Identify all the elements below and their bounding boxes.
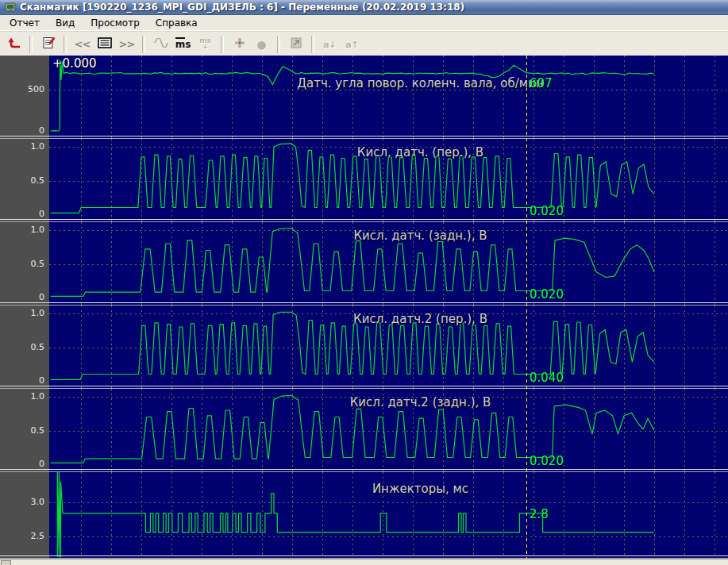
next-chevrons-icon: >> bbox=[119, 38, 135, 50]
channel-plot-injectors[interactable] bbox=[49, 472, 728, 559]
ms-scale-icon: ms bbox=[175, 38, 191, 50]
channel-row-o2-front-2 bbox=[0, 306, 728, 389]
toolbar-scale-button bbox=[285, 35, 306, 54]
y-axis-tick: 0 bbox=[0, 292, 44, 303]
toolbar-wave-button bbox=[150, 35, 171, 54]
ms-plus-icon: ms+ bbox=[199, 37, 211, 52]
menu-item-help[interactable]: Справка bbox=[148, 16, 206, 30]
y-axis-tick: 0 bbox=[0, 375, 44, 386]
toolbar-msplus-button: ms+ bbox=[195, 35, 216, 54]
prev-chevrons-icon: << bbox=[75, 38, 91, 50]
channel-plot-o2-rear[interactable] bbox=[49, 222, 728, 306]
trace-o2-front-2 bbox=[51, 312, 654, 379]
toolbar-next-button[interactable]: >> bbox=[116, 35, 137, 54]
trace-o2-rear-2 bbox=[51, 395, 654, 463]
y-axis-tick: 1.0 bbox=[0, 225, 44, 236]
toolbar-marker-button bbox=[229, 35, 250, 54]
channel-row-o2-front bbox=[0, 139, 728, 222]
channel-row-o2-rear bbox=[0, 222, 728, 306]
report-notepad-icon bbox=[41, 36, 56, 52]
record-circle-icon: ● bbox=[256, 38, 266, 51]
toolbar-separator bbox=[311, 36, 314, 53]
marker-cross-icon bbox=[233, 37, 246, 52]
channel-plot-o2-front-2[interactable] bbox=[49, 306, 728, 389]
sine-wave-icon bbox=[154, 38, 168, 50]
exit-arrow-icon bbox=[6, 36, 21, 52]
y-axis-tick: 0 bbox=[0, 125, 44, 136]
menu-item-view[interactable]: Вид bbox=[48, 16, 83, 30]
list-view-icon bbox=[98, 37, 112, 51]
y-axis-tick: 0.5 bbox=[0, 425, 44, 436]
channel-row-injectors bbox=[0, 472, 728, 559]
y-axis-tick: 3.0 bbox=[0, 497, 44, 508]
y-axis-tick: 0 bbox=[0, 459, 44, 470]
toolbar-separator bbox=[221, 36, 224, 53]
toolbar-separator bbox=[29, 36, 33, 53]
app-icon bbox=[5, 2, 16, 13]
y-axis-tick: 0.5 bbox=[0, 259, 44, 270]
channel-row-rpm bbox=[0, 56, 728, 139]
bottom-scrollbar[interactable] bbox=[0, 559, 728, 565]
scanmatic-window: Сканматик [190220_1236_MPI_GDI_ДИЗЕЛЬ : … bbox=[0, 0, 728, 57]
menu-item-report[interactable]: Отчет bbox=[2, 16, 48, 30]
trace-injectors bbox=[57, 472, 654, 557]
channel-row-o2-rear-2 bbox=[0, 389, 728, 472]
toolbar-report-button[interactable] bbox=[37, 35, 59, 54]
window-title: Сканматик [190220_1236_MPI_GDI_ДИЗЕЛЬ : … bbox=[20, 2, 464, 13]
y-axis-tick: 1.0 bbox=[0, 391, 44, 402]
toolbar-separator bbox=[277, 36, 280, 53]
y-axis-tick: 0 bbox=[0, 209, 44, 220]
toolbar-separator bbox=[64, 36, 67, 53]
title-bar: Сканматик [190220_1236_MPI_GDI_ДИЗЕЛЬ : … bbox=[0, 0, 728, 15]
channel-plot-o2-rear-2[interactable] bbox=[49, 389, 728, 472]
toolbar-aup-button: a↑ bbox=[341, 35, 363, 54]
chart-area: 50001.00.501.00.501.00.501.00.503.02.5Да… bbox=[0, 56, 728, 559]
y-axis-tick: 1.0 bbox=[0, 141, 44, 152]
toolbar-separator bbox=[142, 36, 145, 53]
y-axis-tick: 0.5 bbox=[0, 342, 44, 353]
channel-plot-o2-front[interactable] bbox=[49, 139, 728, 222]
autoscale-icon bbox=[290, 37, 302, 52]
toolbar-adown-button: a↓ bbox=[319, 35, 341, 54]
time-cursor[interactable] bbox=[526, 56, 527, 559]
trace-o2-rear bbox=[51, 229, 654, 297]
toolbar-prev-button[interactable]: << bbox=[71, 35, 93, 54]
menu-item-browse[interactable]: Просмотр bbox=[83, 16, 148, 30]
channel-plot-rpm[interactable] bbox=[49, 56, 728, 139]
toolbar-list-button[interactable] bbox=[94, 35, 115, 54]
a-up-icon: a↑ bbox=[345, 38, 359, 50]
toolbar: <<>>msms+●a↓a↑ bbox=[0, 31, 728, 57]
y-axis-tick: 0.5 bbox=[0, 175, 44, 186]
y-axis-tick: 1.0 bbox=[0, 308, 44, 319]
scrollbar-stub[interactable] bbox=[1, 560, 11, 565]
time-offset-label: +0.000 bbox=[52, 56, 97, 71]
y-axis-tick: 500 bbox=[0, 84, 44, 95]
a-down-icon: a↓ bbox=[323, 38, 337, 50]
menu-bar: ОтчетВидПросмотрСправка bbox=[0, 15, 728, 31]
y-axis-tick: 2.5 bbox=[0, 531, 44, 542]
toolbar-ms-button[interactable]: ms bbox=[172, 35, 194, 54]
toolbar-record-button: ● bbox=[251, 35, 272, 54]
toolbar-exit-button[interactable] bbox=[3, 35, 25, 54]
